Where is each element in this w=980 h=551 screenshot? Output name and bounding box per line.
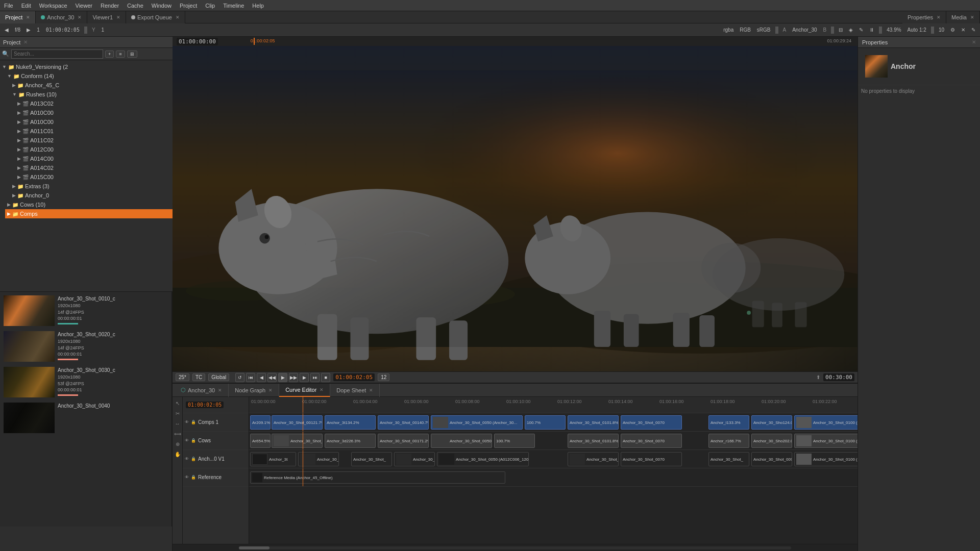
track-lock-cows[interactable]: 🔒 [191, 438, 196, 443]
skip-start-btn[interactable]: ⏮ [246, 373, 255, 382]
clip-cows-0070b[interactable]: Anchor_30_Shot_0070 [621, 434, 682, 448]
frame-fraction[interactable]: f/8 [13, 27, 22, 33]
frame-10[interactable]: 10 [937, 27, 946, 33]
skip-end-btn[interactable]: ⏭ [310, 373, 320, 382]
clip-cows-166[interactable]: Anchor_r166.7% [708, 434, 749, 448]
btab-anchor30[interactable]: ⬡ Anchor_30 ✕ [175, 384, 229, 397]
tab-media[interactable]: Media ✕ [946, 11, 980, 23]
color-profile[interactable]: sRGB [755, 27, 772, 33]
menu-help[interactable]: Help [252, 3, 264, 9]
viewer-close-btn[interactable]: ✕ [960, 27, 967, 33]
tool-hand[interactable]: ✋ [174, 450, 182, 458]
tab-properties-close[interactable]: ✕ [937, 15, 941, 20]
comp-name-select[interactable]: Anchor_30 [791, 27, 818, 33]
clip-anchor-0100b[interactable]: Anchor_30_Shot_0100 (A015C007_120728_R3B… [794, 452, 857, 466]
clip-cows-0100b[interactable]: Anchor_30_Shot_0100 (Anchor_30...Beauty … [794, 434, 857, 448]
menu-edit[interactable]: Edit [21, 3, 31, 9]
frame-num[interactable]: 1 [35, 27, 41, 33]
timeline-tracks-area[interactable]: 01:00:00:00 01:00:02:00 01:00:04:00 01:0… [249, 397, 857, 544]
tree-item-a012[interactable]: ▶ 🎬 A012C00 [15, 145, 173, 154]
gain-btn[interactable]: ◈ [847, 27, 854, 33]
tree-item-a014a[interactable]: ▶ 🎬 A014C00 [15, 154, 173, 163]
tab-project[interactable]: Project ✕ [0, 11, 36, 23]
clip-comp-0010[interactable]: Anchor_30_Shot_00121.7% [272, 415, 323, 430]
tc-mode[interactable]: TC [192, 373, 205, 381]
clip-anchor-0090[interactable]: Anchor_30_Shot_0090 [751, 452, 792, 466]
track-vis-cows[interactable]: 👁 [185, 438, 189, 443]
tree-item-a015[interactable]: ▶ 🎬 A015C00 [15, 172, 173, 182]
frame-step-ctrl[interactable]: 12 [378, 373, 389, 381]
tool-slip[interactable]: ↔ [174, 419, 182, 428]
track-lock-comps[interactable]: 🔒 [191, 420, 196, 424]
thumb-item-0010[interactable]: Anchor_30_Shot_0010_c 980x551 14f @24F… [2, 294, 169, 328]
menu-viewer[interactable]: Viewer [76, 3, 92, 9]
viewer-timecode[interactable]: 01:00:02:05 [44, 27, 81, 33]
clip-reference-media[interactable]: Reference Media (Anchor_45_Offline) [250, 471, 505, 484]
menu-cache[interactable]: Cache [127, 3, 143, 9]
btab-anchor30-close[interactable]: ✕ [218, 388, 222, 393]
project-panel-close[interactable]: ✕ [23, 39, 28, 45]
tab-viewer1-close[interactable]: ✕ [116, 15, 120, 20]
tree-item-extras[interactable]: ▶ 📁 Extras (3) [10, 182, 173, 191]
tree-item-anchor0[interactable]: ▶ 📁 Anchor_0 [10, 191, 173, 200]
tree-item-comps1[interactable]: ▶ 📁 Comps [5, 209, 173, 218]
track-vis-comps[interactable]: 👁 [185, 420, 189, 424]
menu-timeline[interactable]: Timeline [223, 3, 244, 9]
btab-nodegraph-close[interactable]: ✕ [268, 388, 273, 393]
stop-btn[interactable]: ■ [321, 373, 330, 382]
clip-anchor-shot1[interactable]: Anchor_30_Shot_ [351, 452, 392, 466]
tree-item-cows[interactable]: ▶ 📁 Cows (10) [5, 200, 173, 209]
clip-comp-0101[interactable]: Anchor_30_Shot_0101.8% [568, 415, 619, 430]
tree-item-a013[interactable]: ▶ 🎬 A013C02 [15, 99, 173, 108]
clip-anchor-0050-long[interactable]: Anchor_30_Shot_0050 (A012C006_120824_R3B… [437, 452, 529, 466]
zoom-level[interactable]: 43.9% [885, 27, 902, 33]
prev-btn[interactable]: ◀ [257, 373, 266, 382]
btab-dopesheet[interactable]: Dope Sheet ✕ [330, 384, 380, 397]
clip-anchor-0060[interactable]: Anchor_30_Shot_0060 [568, 452, 619, 466]
pause-btn[interactable]: ⏸ [868, 27, 876, 33]
back-btn[interactable]: ◀◀ [267, 373, 277, 382]
btab-dopesheet-close[interactable]: ✕ [369, 388, 373, 393]
menu-window[interactable]: Window [152, 3, 172, 9]
clip-cows-0050[interactable]: Anchor_30_Shot_0050 [431, 434, 492, 448]
btab-curveeditor[interactable]: Curve Editor ✕ [279, 384, 330, 397]
y-value[interactable]: 1 [100, 27, 106, 33]
new-item-btn[interactable]: + [105, 51, 114, 58]
tree-item-a014b[interactable]: ▶ 🎬 A014C02 [15, 163, 173, 172]
prev-frame-btn[interactable]: ◀ [3, 27, 10, 33]
tab-export-queue[interactable]: Export Queue ✕ [126, 11, 185, 23]
tree-item-conform[interactable]: ▼ 📁 Conform (14) [5, 71, 173, 81]
fwd-btn[interactable]: ▶▶ [289, 373, 298, 382]
clip-cows-100[interactable]: 100.7% [494, 434, 535, 448]
clip-anchor-0040[interactable]: Anchor_30_Shot_0040 [394, 452, 435, 466]
clip-cows-0171[interactable]: Anchor_30_Shot_00171.2% [378, 434, 429, 448]
clip-comp-0030[interactable]: Anchor_3t134.2% [325, 415, 376, 430]
scrollbar-thumb[interactable] [239, 546, 270, 549]
fps-display[interactable]: 25* [176, 373, 189, 381]
play-btn[interactable]: ▶ [278, 373, 287, 382]
tree-item-a011c02[interactable]: ▶ 🎬 A011C02 [15, 136, 173, 145]
thumb-item-0040[interactable]: Anchor_30_Shot_0040 [2, 401, 169, 435]
clip-anchor-shot2[interactable]: Anchor_30_Shot_ [708, 452, 749, 466]
color-mode[interactable]: rgba [722, 27, 735, 33]
clip-cows-202[interactable]: Anchor_30_Sho202.0% [751, 434, 792, 448]
clip-comp-0140[interactable]: Anchor_30_Shot_00140.7% [378, 415, 429, 430]
clip-comp-sho124[interactable]: Anchor_30_Sho124.0% [751, 415, 792, 430]
viewer-settings-btn[interactable]: ⚙ [949, 27, 957, 33]
clip-comp-133[interactable]: Anchor_l133.3% [708, 415, 749, 430]
scope-mode[interactable]: Global [208, 373, 229, 381]
clip-cows-ar654[interactable]: Ar654.5% [250, 434, 271, 448]
tool-select[interactable]: ↖ [174, 399, 182, 407]
wipe-btn[interactable]: ⊟ [837, 27, 844, 33]
menu-render[interactable]: Render [101, 3, 119, 9]
view-toggle-btn[interactable]: ≡ [116, 51, 125, 58]
next-btn[interactable]: ▶ [300, 373, 309, 382]
timeline-scrollbar[interactable] [173, 544, 857, 551]
track-vis-ref[interactable]: 👁 [185, 475, 189, 480]
tab-export-close[interactable]: ✕ [176, 15, 180, 20]
clip-anchor-0010[interactable]: Anchor_3t [250, 452, 296, 466]
clip-comp-0100[interactable]: Anchor_30_Shot_0100 (Anchor_30... [794, 415, 857, 430]
clip-anchor-0020[interactable]: Anchor_30_Shot_0020 [298, 452, 339, 466]
current-frame-tc[interactable]: 01:00:02:05 [333, 373, 375, 381]
btab-curveeditor-close[interactable]: ✕ [320, 387, 324, 392]
